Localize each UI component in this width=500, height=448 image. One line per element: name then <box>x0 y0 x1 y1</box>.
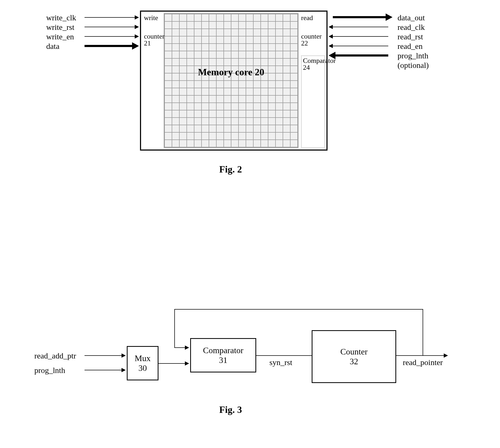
feedback-vline-left <box>174 309 175 347</box>
arrow-mux-comp-line <box>158 363 185 364</box>
label-read-rst: read_rst <box>398 32 423 41</box>
arrow-prog-lnth-f3-head <box>122 368 126 372</box>
comparator-block-f3: Comparator 31 <box>190 338 256 372</box>
label-read-clk: read_clk <box>398 23 425 32</box>
label-syn-rst: syn_rst <box>269 358 292 367</box>
arrow-syn-rst-line <box>256 355 312 356</box>
arrow-data-line <box>85 45 132 47</box>
arrow-data-out-head <box>386 13 392 21</box>
label-write-en: write_en <box>46 32 74 41</box>
label-data: data <box>46 42 59 51</box>
mux-num: 30 <box>138 363 147 373</box>
arrow-write-clk-head <box>135 15 139 20</box>
counter-num: 32 <box>350 357 358 366</box>
feedback-hline <box>174 309 423 310</box>
arrow-prog-lnth-line <box>335 54 388 57</box>
mux-block: Mux 30 <box>127 346 158 380</box>
arrow-write-en-head <box>135 34 139 39</box>
label-read-add-ptr: read_add_ptr <box>34 351 76 360</box>
fig3-diagram: read_add_ptr prog_lnth Mux 30 Comparator… <box>0 304 500 436</box>
arrow-read-en-line <box>333 46 388 46</box>
arrow-read-rst-line <box>333 36 388 37</box>
label-prog-lnth-note: (optional) <box>398 61 429 70</box>
arrow-read-pointer-line <box>396 355 444 356</box>
read-block-label: read <box>301 15 320 21</box>
arrow-prog-lnth-head <box>329 52 335 59</box>
read-counter-label: counter 22 <box>301 33 320 47</box>
label-prog-lnth: prog_lnth <box>398 51 428 60</box>
arrow-mux-comp-head <box>185 361 189 366</box>
arrow-read-rst-head <box>329 34 333 39</box>
arrow-write-rst-head <box>135 25 139 29</box>
feedback-into-comp-head <box>185 346 189 350</box>
comparator-label: Comparator <box>203 346 244 355</box>
memory-core-label: Memory core 20 <box>164 67 298 78</box>
memory-core: Memory core 20 <box>164 13 298 148</box>
counter-label: Counter <box>340 347 367 357</box>
feedback-into-comp-line <box>174 347 185 348</box>
label-write-clk: write_clk <box>46 13 76 22</box>
arrow-read-add-ptr-head <box>122 353 126 358</box>
fig3-caption: Fig. 3 <box>219 404 242 415</box>
label-read-en: read_en <box>398 42 423 51</box>
arrow-prog-lnth-f3-line <box>85 370 122 370</box>
comparator-block: Comparator 24 <box>301 55 325 148</box>
arrow-read-en-head <box>329 44 333 48</box>
fig2-caption: Fig. 2 <box>219 164 242 175</box>
arrow-write-rst-line <box>85 27 135 27</box>
counter-block: Counter 32 <box>312 330 396 383</box>
mux-label: Mux <box>135 353 151 363</box>
write-counter-label: counter 21 <box>144 33 162 47</box>
fig2-diagram: write_clk write_rst write_en data Memory… <box>0 8 500 180</box>
arrow-data-out-line <box>333 16 386 18</box>
arrow-read-clk-line <box>333 27 388 27</box>
arrow-read-pointer-head <box>444 353 448 358</box>
arrow-data-head <box>132 42 139 50</box>
arrow-write-clk-line <box>85 17 135 18</box>
comparator-num: 31 <box>219 355 227 365</box>
arrow-read-add-ptr-line <box>85 355 122 356</box>
label-read-pointer: read_pointer <box>403 358 443 367</box>
write-block-label: write <box>144 15 162 21</box>
arrow-write-en-line <box>85 36 135 37</box>
feedback-vline-right <box>423 309 423 355</box>
label-write-rst: write_rst <box>46 23 74 32</box>
label-prog-lnth-f3: prog_lnth <box>34 366 65 375</box>
arrow-read-clk-head <box>329 25 333 29</box>
label-data-out: data_out <box>398 13 425 22</box>
